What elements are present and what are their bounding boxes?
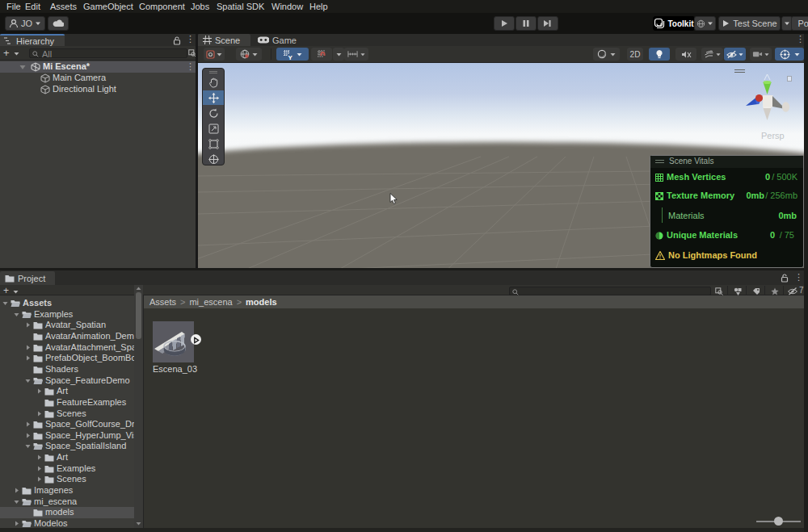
- svg-text:Y: Y: [288, 53, 293, 60]
